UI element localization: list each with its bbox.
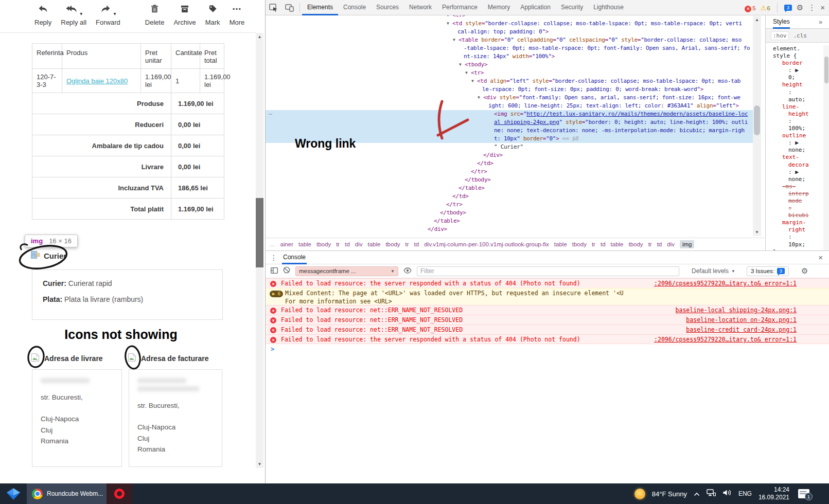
console-error-message[interactable]: ×Failed to load resource: the server res… <box>266 334 829 344</box>
tab-sources[interactable]: Sources <box>371 0 404 15</box>
style-rule-line[interactable]: 0; <box>766 74 823 81</box>
scroll-up-arrow[interactable]: ▲ <box>753 16 761 24</box>
breadcrumb-item[interactable]: tr <box>405 241 409 247</box>
breadcrumb-item[interactable]: div <box>667 241 675 247</box>
breadcrumb-item[interactable]: tbody <box>385 241 400 247</box>
style-rule-line[interactable]: decora <box>766 161 823 169</box>
mail-scrollbar[interactable]: ▲ ▼ <box>256 33 263 468</box>
dom-tree-line[interactable]: al shipping-24px.png" style="border: 0; … <box>266 118 753 127</box>
gear-icon[interactable]: ⚙ <box>797 3 803 12</box>
style-rule-line[interactable]: -ms- <box>766 183 823 190</box>
style-rule-line[interactable]: line- <box>766 103 823 111</box>
dom-tree-line[interactable]: </tr> <box>266 201 753 209</box>
clear-console-icon[interactable] <box>283 266 290 276</box>
tab-security[interactable]: Security <box>556 0 588 15</box>
dom-tree-line[interactable]: ⋯<img src="http://test.lux-sanitary.ro//… <box>266 110 753 118</box>
console-error-message[interactable]: ×Failed to load resource: net::ERR_NAME_… <box>266 315 829 325</box>
breadcrumb-item[interactable]: … <box>269 241 275 247</box>
dom-tree-line[interactable]: le-rspace: 0pt; font-size: 0px; padding:… <box>266 85 753 94</box>
style-rule-line[interactable]: mode <box>766 197 823 205</box>
toolbar-forward-button[interactable]: ▾Forward <box>91 3 125 27</box>
dom-tree-line[interactable]: ▼<table border="0" cellpadding="0" cells… <box>266 36 753 44</box>
close-icon[interactable]: × <box>820 3 825 12</box>
dom-tree-line[interactable]: cal-align: top; padding: 0"> <box>266 28 753 36</box>
style-rule-line[interactable]: : ▶ <box>766 139 823 147</box>
dom-tree-line[interactable]: -table-lspace: 0pt; mso-table-rspace: 0p… <box>266 44 753 52</box>
inspect-element-icon[interactable] <box>266 4 281 12</box>
style-rule-line[interactable]: style { <box>766 52 823 60</box>
dom-tree-line[interactable]: </div> <box>266 225 753 233</box>
kebab-menu-icon[interactable]: ⋮ <box>808 3 816 12</box>
toggle-hover-state-button[interactable]: :hov <box>771 31 789 40</box>
error-count-badge[interactable]: ×5 <box>745 3 755 12</box>
breadcrumb-item[interactable]: tbody <box>316 241 331 247</box>
style-rule-line[interactable]: 100%; <box>766 125 823 132</box>
tab-application[interactable]: Application <box>515 0 556 15</box>
style-rule-line[interactable]: text- <box>766 154 823 161</box>
breadcrumb-item[interactable]: table <box>554 241 567 247</box>
tab-lighthouse[interactable]: Lighthouse <box>588 0 629 15</box>
toolbar-more-button[interactable]: More <box>225 3 250 27</box>
dom-tree-line[interactable]: </td> <box>266 159 753 168</box>
style-rule-line[interactable]: : <box>766 233 823 241</box>
issues-button[interactable]: 3 Issues: 3 <box>747 266 789 276</box>
execution-context-selector[interactable]: messagecontframe ...▼ <box>295 266 398 276</box>
style-rule-line[interactable]: : ▶ <box>766 169 823 176</box>
tab-styles[interactable]: Styles <box>773 15 790 29</box>
breadcrumb-item[interactable]: td <box>657 241 662 247</box>
elements-scrollbar-thumb[interactable] <box>754 105 760 135</box>
breadcrumb-item[interactable]: tbody <box>628 241 643 247</box>
volume-icon[interactable] <box>722 489 732 498</box>
style-rule-line[interactable]: : <box>766 89 823 96</box>
toolbar-reply-all-button[interactable]: ▾Reply all <box>56 3 91 27</box>
console-error-message[interactable]: ×Failed to load resource: the server res… <box>266 278 829 288</box>
breadcrumb-item[interactable]: td <box>414 241 419 247</box>
tab-console[interactable]: Console <box>282 251 307 264</box>
dropdown-caret-icon[interactable]: ▾ <box>80 11 82 16</box>
style-rule-line[interactable]: height <box>766 81 823 88</box>
breadcrumb-item[interactable]: tr <box>336 241 340 247</box>
source-link[interactable]: baseline-location on-24px.png:1 <box>683 315 797 325</box>
log-levels-dropdown[interactable]: Default levels▼ <box>692 267 735 275</box>
elements-scrollbar[interactable]: ▲ ▼ <box>753 16 761 236</box>
console-settings-gear-icon[interactable]: ⚙ <box>801 266 808 276</box>
close-console-icon[interactable]: × <box>818 253 823 262</box>
dom-tree-line[interactable]: </tbody> <box>266 176 753 184</box>
dom-tree-line[interactable]: nt-size: 14px" width="100%"> <box>266 52 753 61</box>
dom-tree-line[interactable]: ▼<tr> <box>266 69 753 77</box>
breadcrumb-item[interactable]: table <box>298 241 311 247</box>
clock[interactable]: 14:24 16.09.2021 <box>759 486 789 501</box>
more-tabs-icon[interactable]: » <box>819 19 822 26</box>
dom-overflow-menu-icon[interactable]: ⋯ <box>269 110 273 118</box>
live-expression-eye-icon[interactable] <box>403 266 412 276</box>
style-rule-line[interactable]: border <box>766 60 823 67</box>
warning-count-badge[interactable]: ⚠6 <box>761 3 770 12</box>
style-rule-line[interactable]: outline <box>766 132 823 139</box>
source-link[interactable]: :2096/cpsess95279220…itary.to& error=1:1 <box>651 335 797 345</box>
kebab-menu-icon[interactable]: ⋮ <box>266 254 282 262</box>
opera-app-icon[interactable] <box>107 483 132 504</box>
dom-tree-line[interactable]: ight: 600; line-height: 25px; text-align… <box>266 102 753 110</box>
breadcrumb-item[interactable]: div.v1mj-column-per-100.v1mj-outlook-gro… <box>424 241 549 247</box>
dom-tree-line[interactable]: </div> <box>266 151 753 159</box>
styles-scrollbar[interactable] <box>823 45 829 250</box>
console-error-message[interactable]: ×Failed to load resource: net::ERR_NAME_… <box>266 325 829 334</box>
device-toolbar-icon[interactable] <box>281 4 297 12</box>
dropdown-caret-icon[interactable]: ▾ <box>113 11 116 16</box>
tab-memory[interactable]: Memory <box>483 0 515 15</box>
tray-chevron-up-icon[interactable] <box>694 489 700 498</box>
style-rule-line[interactable]: bicubi <box>766 212 823 219</box>
style-rule-line[interactable]: : ▶ <box>766 67 823 74</box>
style-rule-line[interactable]: none; <box>766 147 823 154</box>
toolbar-trash-button[interactable]: Delete <box>140 3 169 27</box>
tab-elements[interactable]: Elements <box>302 0 338 15</box>
console-error-message[interactable]: ×Failed to load resource: net::ERR_NAME_… <box>266 305 829 315</box>
source-link[interactable]: :2096/cpsess95279220…itary.to& error=1:1 <box>651 279 797 289</box>
dom-tree-line[interactable]: ▼<td align="left" style="border-collapse… <box>266 77 753 85</box>
tab-network[interactable]: Network <box>404 0 437 15</box>
network-icon[interactable] <box>707 489 716 498</box>
dom-tree-line[interactable]: ▼<div style="font-family: Open sans, ari… <box>266 94 753 102</box>
expand-similar-badge[interactable]: ▶ 6 <box>270 291 283 297</box>
breadcrumb-item[interactable]: tr <box>592 241 595 247</box>
toolbar-reply-button[interactable]: Reply <box>30 3 56 27</box>
